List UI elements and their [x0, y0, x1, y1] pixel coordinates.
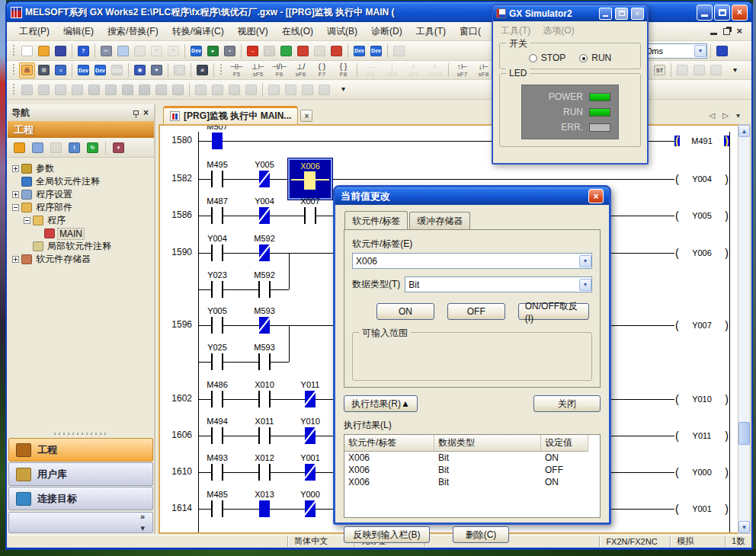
simulator-close-button[interactable]: ×: [631, 8, 644, 20]
module-config-icon[interactable]: ▦: [36, 62, 52, 78]
monitor-start-icon[interactable]: [278, 43, 294, 59]
device-display-icon[interactable]: ◉: [132, 62, 148, 78]
monitor-stop2-icon[interactable]: [295, 43, 311, 59]
pulse-rising-button[interactable]: ↑⊢sF7: [452, 62, 472, 79]
cut-icon[interactable]: ✂: [98, 43, 114, 59]
device-combo[interactable]: X006 ▼: [352, 253, 592, 269]
contact-M486[interactable]: [211, 391, 223, 407]
scroll-up-icon[interactable]: ▲: [738, 125, 750, 137]
connect-destination-button[interactable]: 连接目标: [8, 487, 153, 510]
contact-Y004[interactable]: [259, 207, 270, 224]
tree-expander-icon[interactable]: [12, 191, 19, 198]
tab-scroll-left-icon[interactable]: ◁: [710, 111, 716, 120]
menu-item-4[interactable]: 视图(V): [232, 23, 274, 40]
list-view-icon[interactable]: ≡: [53, 62, 69, 78]
coil-Y000[interactable]: (Y000): [674, 465, 729, 479]
tree-item-程序部件[interactable]: 程序部件: [9, 201, 152, 214]
mdi-minimize-icon[interactable]: [710, 28, 717, 35]
contact-M485[interactable]: [211, 500, 223, 517]
contact-M592[interactable]: [259, 244, 270, 261]
menu-item-3[interactable]: 转换/编译(C): [166, 23, 230, 40]
mdi-close-icon[interactable]: ×: [736, 27, 742, 35]
open-folder-icon[interactable]: [36, 43, 52, 59]
write-to-plc-icon[interactable]: →: [245, 43, 261, 59]
result-row-0[interactable]: X006BitON: [344, 452, 600, 464]
contact-M593[interactable]: [259, 317, 270, 334]
coil-button[interactable]: ( )F7: [312, 62, 332, 79]
toggle-button[interactable]: ON/OFF取反(I): [518, 303, 589, 320]
tree-item-全局软元件注释[interactable]: 全局软元件注释: [9, 175, 152, 188]
coil-Y005[interactable]: (Y005): [674, 209, 729, 222]
datatype-combo[interactable]: Bit ▼: [405, 276, 592, 292]
tree-item-程序[interactable]: 程序: [9, 214, 152, 227]
menu-item-9[interactable]: 窗口(: [453, 23, 487, 40]
scrollbar-thumb[interactable]: [738, 422, 750, 445]
contact-X013[interactable]: [259, 500, 270, 517]
result-row-2[interactable]: X006BitON: [344, 476, 600, 488]
contact-X011[interactable]: [258, 427, 271, 444]
copy-item-icon[interactable]: [30, 139, 46, 155]
result-row-1[interactable]: X006BitOFF: [344, 464, 600, 476]
copy-icon[interactable]: [115, 43, 131, 59]
contact-Y010[interactable]: [305, 427, 316, 444]
monitor-red-icon[interactable]: [328, 43, 344, 59]
maximize-button[interactable]: [714, 5, 730, 21]
coil-Y007[interactable]: (Y007): [674, 318, 729, 332]
contact-Y001[interactable]: [305, 464, 316, 481]
monitor-stop-icon[interactable]: ▪: [222, 43, 238, 59]
panel-switcher-more[interactable]: » ▾: [8, 512, 153, 533]
simulator-minimize-button[interactable]: [599, 8, 612, 20]
new-file-icon[interactable]: [19, 43, 35, 59]
menu-item-7[interactable]: 诊断(D): [365, 23, 408, 40]
item-property-icon[interactable]: i: [66, 139, 82, 155]
simulator-menu-option[interactable]: 选项(O): [543, 24, 574, 37]
device-memory-icon[interactable]: Dev: [92, 62, 108, 78]
device-display2-icon[interactable]: Dev: [368, 43, 384, 59]
tree-expander-icon[interactable]: [12, 165, 19, 172]
contact-M494[interactable]: [211, 427, 223, 444]
contact-Y011[interactable]: [305, 391, 316, 407]
monitor-mode-icon[interactable]: ▸: [205, 43, 221, 59]
dialog-close-button[interactable]: ×: [588, 189, 604, 203]
result-column-header-2[interactable]: 设定值: [541, 435, 588, 452]
tab-scroll-right-icon[interactable]: ▷: [722, 111, 729, 120]
result-list[interactable]: 软元件/标签数据类型设定值 X006BitONX006BitOFFX006Bit…: [344, 434, 601, 518]
contact-Y004[interactable]: [211, 244, 223, 261]
close-button[interactable]: ×: [732, 5, 748, 21]
menu-item-2[interactable]: 搜索/替换(F): [101, 23, 165, 40]
execution-result-button[interactable]: 执行结果(R)▲: [344, 395, 418, 412]
on-button[interactable]: ON: [376, 303, 434, 320]
tree-expander-icon[interactable]: [12, 204, 19, 211]
tab-prg-monitor-main[interactable]: [PRG]监视 执行中 MAIN...: [163, 106, 298, 124]
coil-Y004[interactable]: (Y004): [674, 172, 729, 186]
open-branch-button[interactable]: ⊥⊢sF5: [248, 62, 268, 79]
contact-X006-selected[interactable]: X006: [288, 158, 332, 200]
contact-Y023[interactable]: [211, 281, 223, 298]
contact-Y000[interactable]: [305, 500, 316, 517]
coil-Y006[interactable]: (Y006): [674, 246, 729, 260]
result-column-header-1[interactable]: 数据类型: [434, 435, 541, 452]
toolbar-overflow-icon[interactable]: ▾: [333, 81, 354, 98]
tab-device-label[interactable]: 软元件/标签: [344, 211, 408, 229]
contact-M592[interactable]: [258, 281, 271, 298]
coil-M491[interactable]: (M491): [674, 134, 729, 148]
contact-M593[interactable]: [258, 353, 271, 370]
radio-run-circle[interactable]: [579, 54, 588, 62]
scan-time-combo-arrow-icon[interactable]: ▼: [694, 45, 706, 57]
menu-item-6[interactable]: 调试(B): [321, 23, 364, 40]
tab-list-icon[interactable]: ▾: [736, 111, 740, 120]
tree-expander-icon[interactable]: [24, 217, 30, 224]
tree-item-参数[interactable]: 参数: [9, 162, 152, 175]
device-search-icon[interactable]: ⌖: [149, 62, 165, 78]
device-comment-icon[interactable]: Dev: [75, 62, 91, 78]
coil-Y011[interactable]: (Y011): [674, 429, 729, 443]
user-library-button[interactable]: 用户库: [8, 462, 153, 486]
contact-M507[interactable]: [212, 133, 223, 149]
tree-item-程序设置[interactable]: 程序设置: [9, 188, 152, 201]
help-icon[interactable]: ?: [75, 43, 91, 59]
pin-icon[interactable]: [133, 110, 139, 115]
open-contact-button[interactable]: ⊣⊢F5: [226, 62, 247, 79]
refresh-icon[interactable]: ↻: [85, 139, 101, 155]
device-combo-arrow-icon[interactable]: ▼: [579, 255, 591, 267]
contact-X007[interactable]: [304, 207, 316, 224]
